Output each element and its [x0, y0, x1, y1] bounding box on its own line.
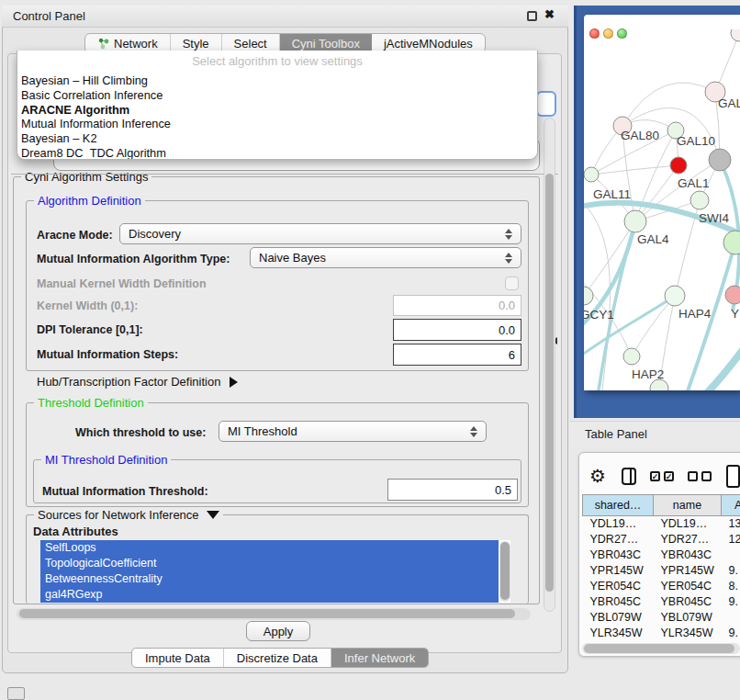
dropdown-item[interactable]: Mutual Information Inference — [17, 117, 537, 131]
columns-icon[interactable] — [622, 468, 636, 485]
list-vertical-scrollbar[interactable] — [499, 541, 510, 602]
dropdown-item[interactable]: Basic Correlation Inference — [17, 88, 537, 103]
node-hap2[interactable] — [623, 348, 640, 365]
kernel-width-value: 0.0 — [499, 299, 515, 312]
tab-impute-data[interactable]: Impute Data — [132, 649, 224, 667]
settings-vertical-scrollbar[interactable] — [544, 118, 555, 612]
document-icon[interactable] — [726, 465, 740, 488]
cell: YDL19… — [583, 516, 654, 532]
settings-vertical-scrollbar-thumb[interactable] — [545, 174, 554, 592]
tab-style[interactable]: Style — [171, 34, 222, 52]
settings-horizontal-scrollbar[interactable] — [17, 608, 531, 620]
node-gal4[interactable] — [624, 210, 646, 232]
node-selected-red[interactable] — [670, 157, 687, 174]
node-label: GAL4 — [637, 232, 669, 246]
column-header-name[interactable]: name — [654, 495, 722, 516]
tab-jactivemnodules[interactable]: jActiveMNodules — [372, 34, 485, 52]
dropdown-items: Bayesian – Hill Climbing Basic Correlati… — [17, 73, 537, 160]
table-row[interactable]: YLR345W YLR345W 9. — [583, 626, 740, 641]
minimized-panel-icon[interactable] — [7, 687, 25, 700]
list-item[interactable]: gal4RGexp — [40, 587, 499, 603]
data-attributes-list[interactable]: SelfLoops TopologicalCoefficient Between… — [40, 540, 510, 603]
dropdown-item-highlighted[interactable]: ARACNE Algorithm — [17, 103, 537, 118]
hide-columns-button[interactable] — [688, 471, 712, 481]
node[interactable] — [731, 29, 740, 41]
tab-select[interactable]: Select — [222, 34, 280, 52]
hub-definition-toggle[interactable]: Hub/Transcription Factor Definition — [37, 375, 238, 389]
aracne-mode-value: Discovery — [129, 227, 181, 241]
node-gray[interactable] — [709, 149, 731, 171]
column-header-partial[interactable]: A — [722, 495, 740, 516]
node-label: GAL11 — [593, 187, 631, 201]
tab-cyni-toolbox[interactable]: Cyni Toolbox — [280, 34, 372, 52]
tab-discretize-data-label: Discretize Data — [237, 651, 318, 665]
dpi-tolerance-field[interactable]: 0.0 — [393, 319, 521, 341]
list-item[interactable]: BetweennessCentrality — [40, 571, 499, 587]
table-horizontal-scrollbar-thumb[interactable] — [584, 644, 734, 653]
mi-algorithm-type-label: Mutual Information Algorithm Type: — [37, 253, 230, 265]
dropdown-item[interactable]: Bayesian – Hill Climbing — [17, 73, 537, 88]
mi-steps-label: Mutual Information Steps: — [37, 348, 178, 361]
hub-definition-label: Hub/Transcription Factor Definition — [37, 375, 220, 389]
tab-network-label: Network — [114, 37, 158, 51]
data-attributes-label: Data Attributes — [33, 525, 118, 538]
combo-arrows-icon — [505, 253, 512, 264]
node-gal1[interactable] — [690, 191, 709, 209]
dropdown-item[interactable]: Bayesian – K2 — [17, 131, 537, 146]
dropdown-item[interactable]: Dream8 DC_TDC Algorithm — [17, 146, 537, 160]
tab-discretize-data[interactable]: Discretize Data — [224, 649, 331, 667]
focused-combo-partial[interactable] — [536, 91, 556, 117]
table-row[interactable]: YPR145W YPR145W 9. — [583, 563, 740, 579]
settings-horizontal-scrollbar-thumb[interactable] — [19, 609, 515, 618]
table-row[interactable]: YDL19… YDL19… 13 — [583, 516, 740, 532]
combo-arrows-icon — [505, 229, 512, 240]
node-gcy1[interactable] — [584, 287, 593, 305]
cell: 8. — [722, 579, 740, 594]
which-threshold-select[interactable]: MI Threshold — [219, 421, 487, 442]
node-label: GAL — [718, 96, 740, 110]
tab-network[interactable]: Network — [85, 34, 171, 52]
apply-button-label: Apply — [263, 625, 294, 638]
float-window-icon[interactable] — [527, 11, 537, 21]
cell: YLR345W — [654, 626, 722, 641]
mi-threshold-definition-title: MI Threshold Definition — [41, 453, 171, 467]
kernel-width-field[interactable]: 0.0 — [393, 295, 521, 316]
cell: YPR145W — [654, 563, 722, 579]
close-icon[interactable]: ✖ — [544, 7, 555, 21]
mi-steps-field[interactable]: 6 — [393, 344, 521, 366]
control-panel-titlebar[interactable] — [2, 6, 568, 28]
network-canvas[interactable]: GAL GAL80 GAL10 GAL11 GAL1 SWI4 GAL4 GCY… — [584, 29, 740, 390]
table-row[interactable]: YDR27… YDR27… 12 — [583, 532, 740, 548]
table-row[interactable]: YBL079W YBL079W — [583, 610, 740, 626]
tab-infer-network[interactable]: Infer Network — [331, 649, 428, 667]
control-panel-title: Control Panel — [13, 9, 85, 23]
combo-arrows-icon — [470, 426, 477, 437]
aracne-mode-select[interactable]: Discovery — [119, 223, 521, 244]
mi-threshold-label: Mutual Information Threshold: — [42, 485, 208, 498]
node[interactable] — [723, 231, 740, 254]
table-row[interactable]: YER054C YER054C 8. — [583, 579, 740, 594]
node-label: HAP4 — [678, 307, 712, 321]
manual-kernel-width-checkbox[interactable] — [505, 277, 519, 290]
show-checked-columns-button[interactable]: ✓ ✓ — [650, 471, 674, 481]
gear-icon[interactable]: ⚙ — [589, 467, 606, 485]
mi-threshold-field[interactable]: 0.5 — [387, 479, 518, 501]
mi-algorithm-type-select[interactable]: Naive Bayes — [250, 247, 521, 268]
cell: 13 — [722, 516, 740, 532]
apply-button[interactable]: Apply — [246, 621, 310, 641]
node-gal11[interactable] — [584, 167, 599, 182]
list-item[interactable]: TopologicalCoefficient — [40, 556, 499, 571]
list-scrollbar-thumb[interactable] — [500, 542, 510, 600]
node-hap4[interactable] — [665, 286, 685, 306]
algorithm-definition-title: Algorithm Definition — [34, 194, 145, 208]
sources-group-title-row[interactable]: Sources for Network Inference — [34, 508, 223, 522]
node-salmon[interactable] — [725, 286, 740, 304]
algorithm-dropdown-popup: Select algorithm to view settings Bayesi… — [17, 51, 538, 160]
cell: 12 — [722, 532, 740, 548]
network-view-window[interactable]: GAL GAL80 GAL10 GAL11 GAL1 SWI4 GAL4 GCY… — [584, 15, 740, 390]
column-header-shared-name[interactable]: shared… — [583, 495, 654, 516]
table-row[interactable]: YBR043C YBR043C — [583, 548, 740, 563]
table-horizontal-scrollbar[interactable] — [582, 643, 740, 654]
list-item[interactable]: SelfLoops — [40, 540, 499, 556]
table-row[interactable]: YBR045C YBR045C 9. — [583, 594, 740, 610]
